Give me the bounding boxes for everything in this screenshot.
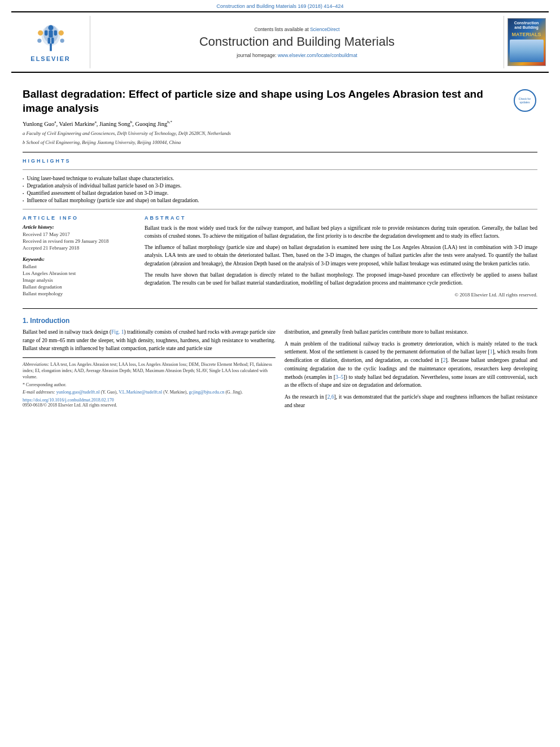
science-direct-link[interactable]: ScienceDirect	[310, 27, 339, 32]
article-history-label: Article history:	[23, 224, 135, 230]
homepage-url[interactable]: www.elsevier.com/locate/conbuildmat	[278, 53, 357, 58]
keyword-4: Ballast degradation	[23, 284, 135, 290]
svg-rect-8	[51, 37, 54, 43]
doi-text: https://doi.org/10.1016/j.conbuildmat.20…	[23, 397, 114, 403]
email1-name: (Y. Guo),	[100, 390, 119, 395]
svg-point-10	[58, 30, 63, 35]
email2-link[interactable]: V.L.Markine@tudelft.nl	[119, 390, 162, 395]
intro-left-text: Ballast bed used in railway track design…	[23, 328, 275, 353]
intro-right-para-1: distribution, and generally fresh ballas…	[285, 328, 537, 337]
email3-link[interactable]: gcjing@bjtu.edu.cn	[189, 390, 225, 395]
author-yunlong: Yunlong Guo	[23, 121, 54, 127]
check-badge-circle: Check for updates	[514, 89, 536, 112]
journal-ref-text: Construction and Building Materials 169 …	[216, 3, 343, 9]
abstract-label: ABSTRACT	[145, 215, 537, 221]
highlight-item-4: • Influence of ballast morphology (parti…	[23, 198, 537, 203]
check-updates-badge[interactable]: Check for updates	[512, 88, 537, 113]
elsevier-tree-icon	[34, 23, 68, 54]
issn-line: 0950-0618/© 2018 Elsevier Ltd. All right…	[23, 403, 275, 408]
homepage-prefix: journal homepage:	[237, 53, 278, 58]
accepted-date: Accepted 21 February 2018	[23, 245, 135, 251]
corresponding-footnote: * Corresponding author.	[23, 382, 275, 388]
keywords-label: Keywords:	[23, 256, 135, 262]
intro-body-two-col: Ballast bed used in railway track design…	[23, 328, 537, 413]
article-title: Ballast degradation: Effect of particle …	[23, 88, 505, 115]
email-footnote: E-mail addresses: yunlong.guo@tudelft.nl…	[23, 389, 275, 395]
highlights-section: HIGHLIGHTS • Using laser-based technique…	[23, 158, 537, 209]
highlights-top-divider	[23, 169, 537, 170]
fig1-link[interactable]: Fig. 1	[111, 329, 124, 335]
main-content: Ballast degradation: Effect of particle …	[0, 73, 560, 424]
received-date: Received 17 May 2017	[23, 231, 135, 237]
abstract-para-2: The influence of ballast morphology (par…	[145, 243, 537, 268]
highlight-text-3: Quantified assessment of ballast degrada…	[27, 190, 168, 196]
affiliation-b: b School of Civil Engineering, Beijing J…	[23, 139, 537, 146]
bullet-2: •	[23, 184, 24, 189]
intro-right-col: distribution, and generally fresh ballas…	[285, 328, 537, 413]
doi-line[interactable]: https://doi.org/10.1016/j.conbuildmat.20…	[23, 397, 275, 403]
journal-title: Construction and Building Materials	[199, 34, 395, 49]
ref2-6-link[interactable]: 2,6	[327, 394, 334, 400]
article-title-section: Ballast degradation: Effect of particle …	[23, 88, 537, 115]
check-badge-line2: updates	[520, 101, 530, 104]
highlight-item-2: • Degradation analysis of individual bal…	[23, 183, 537, 189]
highlight-item-1: • Using laser-based technique to evaluat…	[23, 176, 537, 181]
svg-rect-4	[49, 30, 53, 37]
authors-line: Yunlong Guoa, Valeri Markinea, Jianing S…	[23, 120, 537, 127]
intro-right-para-3: As the research in [2,6], it was demonst…	[285, 393, 537, 409]
affiliation-a: a Faculty of Civil Engineering and Geosc…	[23, 130, 537, 137]
intro-right-text: distribution, and generally fresh ballas…	[285, 328, 537, 409]
keyword-3: Image analysis	[23, 277, 135, 283]
author-valeri: , Valeri Markine	[56, 121, 94, 127]
ref3-5-link[interactable]: 3–5	[335, 374, 343, 380]
abstract-col: ABSTRACT Ballast track is the most widel…	[145, 215, 537, 299]
ref2-link[interactable]: 2	[443, 357, 446, 363]
author-jianing: , Jianing Song	[97, 121, 130, 127]
bullet-4: •	[23, 199, 24, 203]
header-left: ELSEVIER	[11, 16, 90, 68]
article-info-col: ARTICLE INFO Article history: Received 1…	[23, 215, 135, 299]
abstract-para-1: Ballast track is the most widely used tr…	[145, 224, 537, 241]
author-guoqing: , Guoqing Jing	[132, 121, 167, 127]
keyword-5: Ballast morphology	[23, 291, 135, 296]
svg-rect-6	[54, 30, 57, 35]
svg-point-11	[37, 38, 41, 42]
science-direct-line: Contents lists available at ScienceDirec…	[254, 27, 339, 32]
keyword-2: Los Angeles Abrasion test	[23, 270, 135, 276]
article-info-abstract-section: ARTICLE INFO Article history: Received 1…	[23, 215, 537, 299]
svg-rect-7	[47, 37, 50, 43]
copyright-line: © 2018 Elsevier Ltd. All rights reserved…	[145, 291, 537, 299]
intro-left-col: Ballast bed used in railway track design…	[23, 328, 275, 413]
highlights-bottom-divider	[23, 209, 537, 209]
cover-title: Constructionand Building	[514, 21, 539, 30]
header-right: Constructionand Building MATERIALS	[504, 16, 549, 68]
keyword-1: Ballast	[23, 264, 135, 269]
intro-section-number: 1.	[23, 317, 28, 325]
science-direct-prefix: Contents lists available at	[254, 27, 310, 32]
email2-name: (V. Markine),	[163, 390, 189, 395]
abbreviations-footnote: Abbreviations: LAA test, Los Angeles Abr…	[23, 361, 275, 381]
intro-section-label: Introduction	[30, 317, 69, 325]
abstract-para-3: The results have shown that ballast degr…	[145, 271, 537, 287]
page-container: Construction and Building Materials 169 …	[0, 0, 560, 424]
author-guoqing-super: b,*	[167, 120, 172, 124]
ref1-link[interactable]: 1	[490, 349, 493, 355]
svg-point-9	[38, 30, 43, 35]
intro-left-para-1: Ballast bed used in railway track design…	[23, 328, 275, 353]
email1-link[interactable]: yunlong.guo@tudelft.nl	[56, 390, 100, 395]
highlight-item-3: • Quantified assessment of ballast degra…	[23, 190, 537, 196]
journal-cover-image: Constructionand Building MATERIALS	[508, 18, 546, 66]
highlights-label: HIGHLIGHTS	[23, 158, 537, 164]
article-info-label: ARTICLE INFO	[23, 215, 135, 221]
header-center: Contents lists available at ScienceDirec…	[90, 16, 504, 68]
bullet-1: •	[23, 177, 24, 181]
footnotes-section: Abbreviations: LAA test, Los Angeles Abr…	[23, 357, 275, 408]
journal-homepage-line: journal homepage: www.elsevier.com/locat…	[237, 53, 357, 58]
highlight-text-4: Influence of ballast morphology (particl…	[27, 198, 199, 203]
highlight-text-2: Degradation analysis of individual balla…	[27, 183, 181, 189]
svg-point-3	[48, 25, 53, 30]
cover-materials: MATERIALS	[512, 32, 541, 37]
intro-right-para-2: A main problem of the traditional railwa…	[285, 340, 537, 390]
svg-point-12	[60, 38, 64, 42]
elsevier-label: ELSEVIER	[30, 55, 70, 62]
